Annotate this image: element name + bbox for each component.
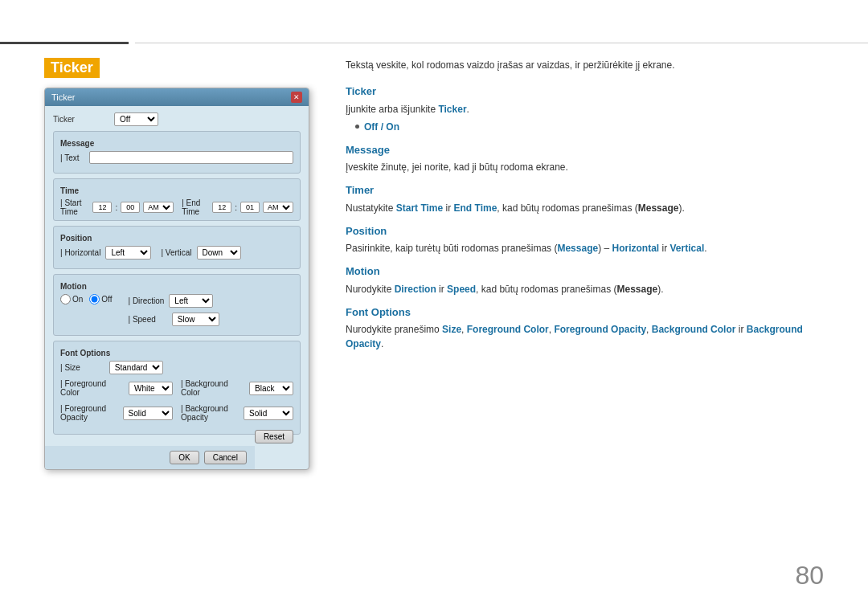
fg-opacity-select[interactable]: SolidTransparent [123, 407, 173, 420]
fg-color-label: | Foreground Color [60, 379, 124, 397]
start-min-input[interactable]: 00 [121, 202, 140, 213]
time-section: Time | Start Time 12 : 00 AMPM | End Tim… [53, 178, 301, 221]
intro-text: Tekstą veskite, kol rodomas vaizdo įraša… [346, 58, 824, 72]
ticker-dialog: Ticker ✕ Ticker Off On Message | Text [44, 88, 309, 470]
section-heading-font-options: Font Options [346, 304, 824, 321]
motion-off-label: Off [101, 295, 112, 304]
direction-label: | Direction [129, 296, 165, 305]
color-grid: | Foreground Color WhiteBlack | Backgrou… [60, 379, 293, 427]
message-section: Message | Text [53, 131, 301, 174]
message-input[interactable] [89, 151, 293, 164]
horizontal-label: | Horizontal [60, 248, 100, 257]
position-section-label: Position [60, 234, 293, 243]
motion-off-item: Off [89, 294, 112, 304]
size-label: | Size [60, 363, 80, 372]
font-options-section: Font Options | Size StandardLargeSmall |… [53, 341, 301, 435]
dialog-title: Ticker [51, 92, 76, 102]
dialog-body: Ticker Off On Message | Text Time | Star… [45, 106, 309, 446]
section-body-timer: Nustatykite Start Time ir End Time, kad … [346, 201, 824, 215]
message-text-label: | Text [60, 153, 84, 162]
right-section: Tekstą veskite, kol rodomas vaizdo įraša… [346, 58, 824, 354]
section-heading-message: Message [346, 142, 824, 158]
page-number: 80 [795, 561, 824, 591]
dialog-footer: OK Cancel [45, 446, 255, 469]
section-body-message: Įveskite žinutę, jei norite, kad ji būtų… [346, 160, 824, 174]
bg-color-label: | Background Color [181, 379, 244, 397]
start-time-label: | Start Time [60, 198, 89, 216]
bg-opacity-label: | Background Opacity [181, 404, 239, 422]
motion-on-label: On [72, 295, 83, 304]
section-heading-timer: Timer [346, 182, 824, 198]
font-options-label: Font Options [60, 349, 293, 358]
message-row: | Text [60, 151, 293, 164]
end-time-label: | End Time [182, 198, 209, 216]
fg-color-select[interactable]: WhiteBlack [129, 382, 173, 395]
bg-color-row: | Background Color BlackWhite [181, 379, 293, 397]
bg-color-select[interactable]: BlackWhite [249, 382, 293, 395]
motion-on-radio[interactable] [60, 294, 71, 304]
size-row: | Size StandardLargeSmall [60, 361, 293, 374]
fg-opacity-row: | Foreground Opacity SolidTransparent [60, 404, 173, 422]
ticker-field-label: Ticker [53, 115, 109, 124]
motion-section-label: Motion [60, 282, 293, 291]
motion-radio-group: On Off [60, 294, 113, 304]
ticker-row: Ticker Off On [53, 112, 301, 126]
dialog-titlebar: Ticker ✕ [45, 88, 309, 106]
bg-opacity-row: | Background Opacity SolidTransparent [181, 404, 293, 422]
fg-opacity-label: | Foreground Opacity [60, 404, 118, 422]
section-body-position: Pasirinkite, kaip turėtų būti rodomas pr… [346, 241, 824, 255]
top-line-dark [0, 42, 129, 44]
top-line-light [135, 43, 868, 43]
ok-button[interactable]: OK [170, 451, 199, 464]
section-body-ticker: Įjunkite arba išjunkite Ticker. [346, 102, 824, 116]
end-min-input[interactable]: 01 [240, 202, 260, 213]
section-heading-ticker: Ticker [346, 84, 824, 100]
start-ampm-select[interactable]: AMPM [143, 202, 174, 213]
motion-on-item: On [60, 294, 83, 304]
time-row: | Start Time 12 : 00 AMPM | End Time 12 … [60, 198, 293, 216]
fg-color-row: | Foreground Color WhiteBlack [60, 379, 173, 397]
motion-off-radio[interactable] [89, 294, 100, 304]
start-hour-input[interactable]: 12 [92, 202, 112, 213]
section-heading-motion: Motion [346, 264, 824, 280]
motion-settings: | Direction LeftRight | Speed SlowNormal… [129, 294, 219, 331]
section-body-motion: Nurodykite Direction ir Speed, kad būtų … [346, 282, 824, 296]
motion-section: Motion On Off | Direc [53, 274, 301, 336]
direction-row: | Direction LeftRight [129, 294, 219, 308]
message-section-label: Message [60, 139, 293, 148]
left-section: Ticker Ticker ✕ Ticker Off On Message | … [44, 58, 350, 470]
end-hour-input[interactable]: 12 [212, 202, 231, 213]
speed-row: | Speed SlowNormalFast [129, 313, 219, 326]
bullet-dot [355, 125, 359, 129]
bullet-off-on: Off / On [355, 120, 824, 134]
direction-select[interactable]: LeftRight [169, 294, 213, 308]
dialog-close-button[interactable]: ✕ [291, 92, 302, 103]
vertical-select[interactable]: DownUp [197, 246, 241, 260]
bg-opacity-select[interactable]: SolidTransparent [244, 407, 293, 420]
section-heading-position: Position [346, 223, 824, 239]
ticker-title: Ticker [44, 58, 100, 78]
bullet-text: Off / On [364, 120, 399, 134]
end-ampm-select[interactable]: AMPM [263, 202, 293, 213]
position-section: Position | Horizontal LeftRightCenter | … [53, 226, 301, 269]
position-row: | Horizontal LeftRightCenter | Vertical … [60, 246, 293, 260]
top-decorative-lines [0, 42, 868, 44]
cancel-button[interactable]: Cancel [204, 451, 247, 464]
speed-select[interactable]: SlowNormalFast [172, 313, 219, 326]
speed-label: | Speed [129, 315, 156, 324]
reset-button[interactable]: Reset [255, 430, 293, 443]
vertical-label: | Vertical [161, 248, 191, 257]
time-section-label: Time [60, 186, 293, 195]
horizontal-select[interactable]: LeftRightCenter [105, 246, 151, 260]
size-select[interactable]: StandardLargeSmall [109, 361, 163, 374]
section-body-font-options: Nurodykite pranešimo Size, Foreground Co… [346, 322, 824, 351]
ticker-select[interactable]: Off On [114, 112, 158, 126]
